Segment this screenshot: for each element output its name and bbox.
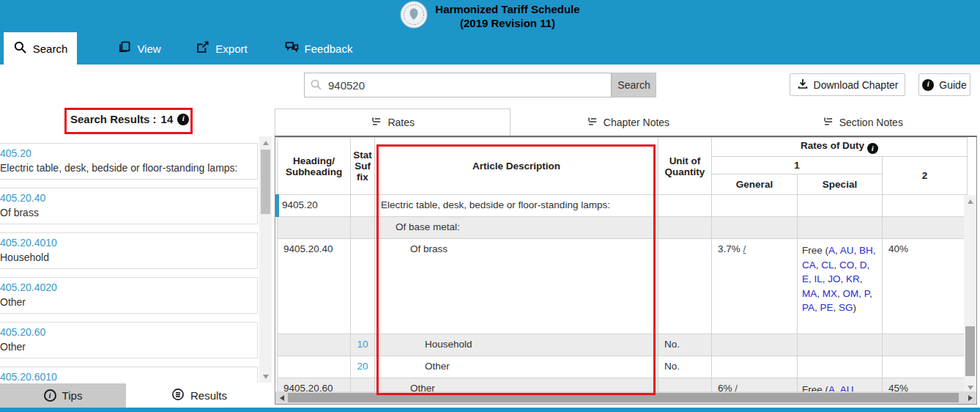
spi-country-link[interactable]: IL xyxy=(814,273,823,284)
nav-tab-view[interactable]: View xyxy=(106,32,172,65)
table-vertical-scrollbar[interactable] xyxy=(964,195,976,394)
col-header-2: 2 xyxy=(883,157,968,195)
nav-tab-search[interactable]: Search xyxy=(4,32,77,65)
cell-heading-subheading: 9405.20 xyxy=(278,195,351,217)
info-outline-icon xyxy=(44,389,56,402)
cell-general-rate xyxy=(712,356,798,378)
search-icon xyxy=(13,40,27,56)
footnote-link[interactable]: / xyxy=(743,243,746,254)
tab-rates[interactable]: Rates xyxy=(275,108,511,136)
cell-unit-of-quantity xyxy=(658,217,712,239)
stat-suffix-link[interactable]: 20 xyxy=(357,361,368,372)
download-icon xyxy=(797,78,809,92)
cell-article-description: Of brass xyxy=(375,239,658,334)
spi-country-link[interactable]: E xyxy=(802,273,809,284)
guide-button[interactable]: Guide xyxy=(918,73,970,96)
search-result-item[interactable]: 405.20.4020Other xyxy=(0,277,258,314)
spi-country-link[interactable]: D xyxy=(860,260,867,271)
search-result-item[interactable]: 405.20.40Of brass xyxy=(0,188,258,224)
rates-of-duty-label: Rates of Duty xyxy=(801,140,864,151)
search-result-item[interactable]: 405.20Electric table, desk, bedside or f… xyxy=(0,143,258,180)
cell-article-description: Other xyxy=(375,356,658,378)
rates-table-body: 9405.20Electric table, desk, bedside or … xyxy=(278,195,968,405)
info-icon[interactable] xyxy=(177,114,189,125)
result-code-link[interactable]: 405.20.4010 xyxy=(0,235,253,250)
spi-country-link[interactable]: MX xyxy=(823,288,837,299)
col-header-general: General xyxy=(712,174,798,195)
cell-special-rates xyxy=(798,334,883,356)
scrollbar-thumb[interactable] xyxy=(965,326,975,376)
spi-country-link[interactable]: CL xyxy=(821,260,834,271)
table-row: 9405.20Electric table, desk, bedside or … xyxy=(278,195,968,217)
spi-country-link[interactable]: OM xyxy=(843,288,859,299)
spi-country-link[interactable]: A xyxy=(828,245,835,256)
spi-country-link[interactable]: CO xyxy=(839,260,854,271)
result-code-link[interactable]: 405.20.6010 xyxy=(0,369,253,383)
search-result-item[interactable]: 405.20.4010Household xyxy=(0,232,258,269)
scrollbar-thumb[interactable] xyxy=(261,150,270,214)
search-result-item[interactable]: 405.20.6010Household xyxy=(0,367,258,383)
cell-duty-rate-2 xyxy=(883,217,968,239)
tab-section-notes[interactable]: Section Notes xyxy=(746,108,980,136)
pages-icon xyxy=(117,40,131,56)
detail-tabs: Rates Chapter Notes Section Notes xyxy=(275,108,980,136)
search-results-count: Search Results : 14 xyxy=(70,113,189,125)
stat-suffix-link[interactable]: 10 xyxy=(357,339,368,350)
search-result-item[interactable]: 405.20.60Other xyxy=(0,322,258,358)
nav-bar: Search View Export Feedback xyxy=(0,32,980,65)
spi-country-link[interactable]: JO xyxy=(828,273,840,284)
cell-stat-suffix: 20 xyxy=(351,356,375,378)
table-horizontal-scrollbar[interactable] xyxy=(275,391,976,404)
result-description: Other xyxy=(0,295,253,309)
cell-general-rate xyxy=(712,195,798,217)
results-list-scrollbar[interactable] xyxy=(259,136,272,383)
cell-unit-of-quantity xyxy=(658,195,712,217)
tab-label: Rates xyxy=(387,117,415,128)
cell-duty-rate-2: 40% xyxy=(883,239,968,334)
nav-tab-label: View xyxy=(137,43,160,55)
nav-tab-export[interactable]: Export xyxy=(187,32,256,65)
result-code-link[interactable]: 405.20.4020 xyxy=(0,280,253,295)
result-description: Of brass xyxy=(0,205,253,220)
cell-general-rate xyxy=(712,334,798,356)
spi-country-link[interactable]: CA xyxy=(802,260,816,271)
guide-button-label: Guide xyxy=(939,79,966,91)
result-description: Household xyxy=(0,250,253,265)
scroll-down-arrow[interactable] xyxy=(259,370,272,383)
scroll-right-arrow[interactable] xyxy=(964,391,976,404)
scroll-up-arrow[interactable] xyxy=(964,195,976,207)
tab-tips[interactable]: Tips xyxy=(0,383,126,408)
nav-tab-feedback[interactable]: Feedback xyxy=(278,32,359,65)
scrollbar-thumb[interactable] xyxy=(288,393,959,402)
filter-lines-icon xyxy=(587,116,598,129)
spi-country-link[interactable]: SG xyxy=(839,302,853,313)
info-icon xyxy=(922,79,934,91)
info-icon[interactable] xyxy=(867,143,878,154)
scroll-left-arrow[interactable] xyxy=(275,391,288,404)
search-button[interactable]: Search xyxy=(612,73,656,98)
spi-country-link[interactable]: BH xyxy=(859,245,873,256)
search-results-number: 14 xyxy=(161,113,174,125)
col-header-article-description: Article Description xyxy=(375,138,658,195)
spi-country-link[interactable]: PE xyxy=(820,302,834,313)
spi-country-link[interactable]: PA xyxy=(802,302,814,313)
cell-general-rate xyxy=(712,217,798,239)
tab-chapter-notes[interactable]: Chapter Notes xyxy=(511,108,745,136)
download-chapter-button[interactable]: Download Chapter xyxy=(790,73,905,96)
spi-country-link[interactable]: KR xyxy=(846,273,860,284)
result-code-link[interactable]: 405.20.40 xyxy=(0,191,253,205)
tab-results[interactable]: Results xyxy=(126,383,272,408)
col-header-unit: Unit of Quantity xyxy=(658,138,712,195)
col-header-stat-suffix: Stat Suf fix xyxy=(351,138,375,195)
cell-unit-of-quantity: No. xyxy=(658,334,712,356)
result-code-link[interactable]: 405.20.60 xyxy=(0,325,253,339)
cell-heading-subheading xyxy=(278,356,351,378)
spi-country-link[interactable]: MA xyxy=(802,288,817,299)
scroll-up-arrow[interactable] xyxy=(259,136,272,149)
spi-country-link[interactable]: AU xyxy=(840,245,854,256)
search-input[interactable] xyxy=(304,73,612,98)
result-code-link[interactable]: 405.20 xyxy=(0,146,253,161)
spi-country-link[interactable]: P xyxy=(864,288,869,299)
cell-general-rate: 3.7% / xyxy=(712,239,798,334)
magnifier-icon xyxy=(310,78,322,94)
